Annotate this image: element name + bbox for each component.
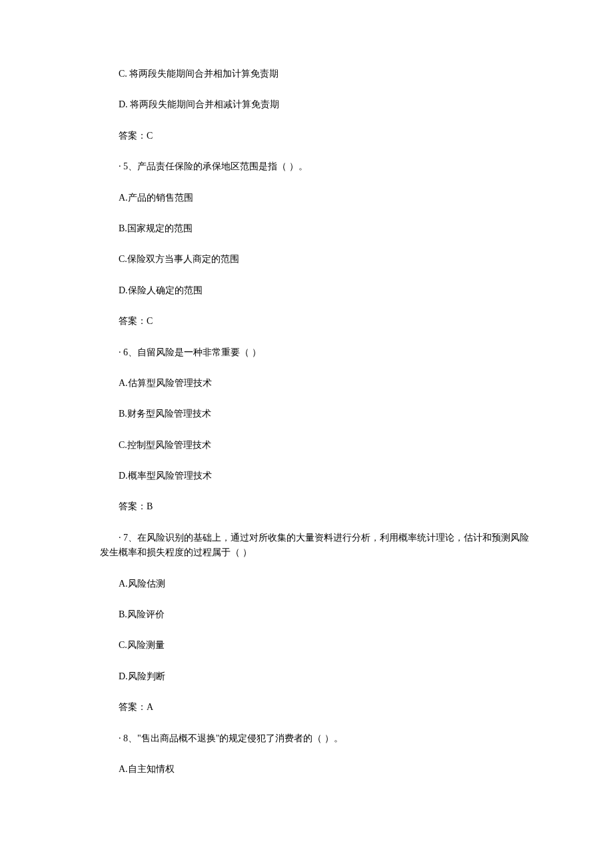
option-c: C.控制型风险管理技术 [100,438,533,453]
answer: 答案：C [100,314,533,329]
option-a: A.风险估测 [100,577,533,591]
question-6: · 6、自留风险是一种非常重要（ ） [100,345,533,360]
option-c: C.保险双方当事人商定的范围 [100,252,533,267]
answer: 答案：C [100,129,533,143]
question-7: · 7、在风险识别的基础上，通过对所收集的大量资料进行分析，利用概率统计理论，估… [100,531,533,561]
option-d: D.风险判断 [100,669,533,684]
option-a: A.估算型风险管理技术 [100,376,533,391]
question-8: · 8、"售出商品概不退换"的规定侵犯了消费者的（ ）。 [100,731,533,746]
option-b: B.国家规定的范围 [100,221,533,236]
answer: 答案：B [100,499,533,514]
option-a: A.产品的销售范围 [100,191,533,205]
answer: 答案：A [100,700,533,715]
question-5: · 5、产品责任保险的承保地区范围是指（ ）。 [100,159,533,174]
option-b: B.风险评价 [100,607,533,622]
option-c: C.风险测量 [100,638,533,653]
option-c: C. 将两段失能期间合并相加计算免责期 [100,67,533,81]
option-d: D.保险人确定的范围 [100,283,533,298]
option-b: B.财务型风险管理技术 [100,407,533,421]
option-d: D. 将两段失能期间合并相减计算免责期 [100,97,533,112]
option-d: D.概率型风险管理技术 [100,469,533,483]
option-a: A.自主知情权 [100,762,533,777]
